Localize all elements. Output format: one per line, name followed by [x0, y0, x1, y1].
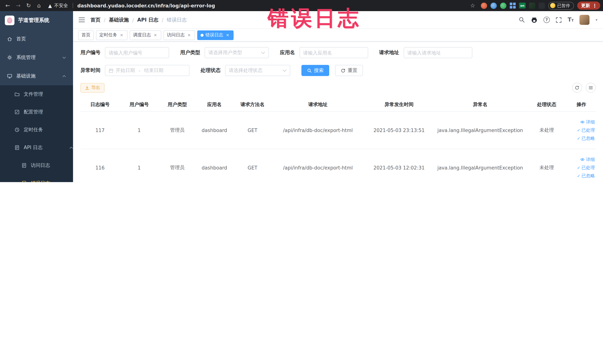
bookmark-star-icon[interactable]: ☆: [468, 1, 477, 10]
check-icon: ✓: [577, 136, 580, 140]
column-header-0: 日志编号: [81, 101, 120, 108]
date-range-picker[interactable]: 开始日期 - 结束日期: [105, 65, 189, 76]
fullscreen-icon[interactable]: [556, 17, 562, 23]
tab-scheduled-tasks[interactable]: 定时任务 ×: [96, 30, 128, 40]
search-icon[interactable]: [519, 17, 525, 23]
sidebar-item-file-management[interactable]: 文件管理: [0, 85, 73, 103]
breadcrumb-home[interactable]: 首页: [91, 16, 101, 23]
sidebar: 芋道管理系统 首页 系统管理 基础设施: [0, 11, 73, 182]
monitor-icon: [7, 73, 12, 79]
user-avatar[interactable]: [580, 15, 590, 25]
tab-access-logs[interactable]: 访问日志 ×: [163, 30, 195, 40]
cell-log-id: 116: [81, 165, 120, 170]
mark-processed-link[interactable]: ✓ 已处理: [577, 164, 595, 171]
extension-icon-red[interactable]: [481, 2, 487, 9]
sidebar-item-error-logs[interactable]: 错误日志: [0, 174, 73, 182]
tab-schedule-logs[interactable]: 调度日志 ×: [130, 30, 161, 40]
github-icon[interactable]: [531, 16, 538, 23]
infrastructure-submenu: 文件管理 配置管理 定时任务 API 日志: [0, 85, 73, 182]
table-header-row: 日志编号用户编号用户类型应用名请求方法名请求地址异常发生时间异常名处理状态操作: [81, 98, 596, 112]
table-row: 116 1 管理员 dashboard GET /api/infra/db-do…: [81, 149, 596, 182]
column-settings-button[interactable]: [586, 83, 596, 93]
extension-icon-green[interactable]: [500, 2, 506, 9]
check-icon: ✓: [577, 128, 580, 132]
font-size-icon[interactable]: TT: [568, 17, 574, 23]
cell-status: 未处理: [526, 164, 567, 171]
home-icon[interactable]: ⌂: [34, 1, 44, 10]
column-header-9: 操作: [567, 101, 596, 108]
check-icon: ✓: [577, 174, 580, 178]
screen: ← → ↻ ⌂ ▲ 不安全 dashboard.yudao.iocoder.cn…: [0, 0, 603, 182]
user-id-label: 用户编号: [81, 49, 101, 56]
cell-user-type: 管理员: [159, 127, 196, 133]
extension-icon-grid[interactable]: [510, 3, 516, 9]
reload-icon[interactable]: ↻: [24, 1, 33, 10]
sidebar-item-config-management[interactable]: 配置管理: [0, 103, 73, 121]
breadcrumb-api-logs[interactable]: API 日志: [137, 16, 158, 23]
process-status-select[interactable]: 请选择处理状态: [225, 65, 290, 76]
exception-time-label: 异常时间: [81, 67, 101, 74]
cell-app-name: dashboard: [196, 165, 233, 170]
cell-user-type: 管理员: [159, 164, 196, 171]
chevron-up-icon: [62, 75, 66, 77]
hamburger-icon[interactable]: [79, 17, 85, 23]
cell-user-id: 1: [120, 127, 159, 133]
reset-button[interactable]: 重置: [335, 65, 363, 76]
cell-request-url: /api/infra/db-doc/export-html: [272, 165, 364, 170]
close-icon[interactable]: ×: [153, 33, 158, 38]
security-indicator[interactable]: ▲ 不安全: [48, 2, 68, 9]
mark-ignored-link[interactable]: ✓ 已忽略: [577, 135, 595, 141]
document-icon: [14, 145, 20, 150]
sidebar-item-system[interactable]: 系统管理: [0, 48, 73, 67]
chevron-down-icon[interactable]: ▾: [596, 18, 597, 22]
refresh-icon: [341, 68, 346, 73]
refresh-button[interactable]: [572, 83, 582, 93]
chevron-down-icon: [261, 51, 265, 54]
column-header-5: 请求地址: [272, 101, 364, 108]
download-icon: [85, 85, 89, 90]
user-type-select[interactable]: 请选择用户类型: [205, 47, 269, 58]
monkey-face-icon: [550, 3, 555, 8]
extension-icon-blue[interactable]: [490, 2, 497, 9]
breadcrumb-infrastructure[interactable]: 基础设施: [109, 16, 129, 23]
search-button[interactable]: 搜索: [302, 65, 329, 76]
app-name-label: 应用名: [280, 49, 295, 56]
cell-request-url: /api/infra/db-doc/export-html: [272, 127, 364, 133]
detail-link[interactable]: 详细: [580, 156, 595, 163]
content-area: 用户编号 用户类型 请选择用户类型 应用名: [73, 42, 603, 182]
sidebar-item-infrastructure[interactable]: 基础设施: [0, 67, 73, 85]
user-id-input[interactable]: [105, 47, 169, 58]
cell-user-id: 1: [120, 165, 159, 170]
mark-processed-link[interactable]: ✓ 已处理: [577, 127, 595, 133]
sidebar-item-access-logs[interactable]: 访问日志: [0, 156, 73, 174]
help-icon[interactable]: ?: [544, 17, 550, 23]
extension-icon-paw[interactable]: [539, 2, 545, 9]
extension-icon-on[interactable]: on: [519, 3, 526, 9]
export-button[interactable]: 导出: [81, 83, 104, 93]
request-url-input[interactable]: [404, 47, 472, 58]
close-icon[interactable]: ×: [186, 33, 192, 38]
extension-icon-leaf[interactable]: [529, 2, 535, 9]
table-toolbar: 导出: [81, 83, 596, 93]
tab-error-logs[interactable]: 错误日志 ×: [197, 30, 233, 40]
chrome-update-button[interactable]: 更新 ⋮: [577, 1, 600, 10]
chevron-down-icon: [62, 56, 66, 59]
close-icon[interactable]: ×: [119, 33, 124, 38]
sidebar-item-api-logs[interactable]: API 日志: [0, 139, 73, 156]
address-bar[interactable]: dashboard.yudao.iocoder.cn/infra/log/api…: [77, 3, 215, 8]
back-icon[interactable]: ←: [3, 1, 13, 10]
app-name-input[interactable]: [299, 47, 368, 58]
tampermonkey-paused-badge[interactable]: 已暂停: [548, 2, 574, 10]
sidebar-item-scheduled-tasks[interactable]: 定时任务: [0, 121, 73, 139]
tab-home[interactable]: 首页: [78, 30, 94, 40]
warning-triangle-icon: ▲: [48, 3, 52, 8]
mark-ignored-link[interactable]: ✓ 已忽略: [577, 173, 595, 179]
close-icon[interactable]: ×: [225, 33, 230, 38]
cell-method: GET: [233, 127, 272, 133]
app-logo[interactable]: 芋道管理系统: [0, 11, 73, 30]
forward-icon[interactable]: →: [13, 1, 23, 10]
sidebar-item-home[interactable]: 首页: [0, 30, 73, 48]
check-icon: ✓: [577, 165, 580, 170]
chevron-up-icon: [69, 146, 73, 149]
detail-link[interactable]: 详细: [580, 119, 595, 125]
